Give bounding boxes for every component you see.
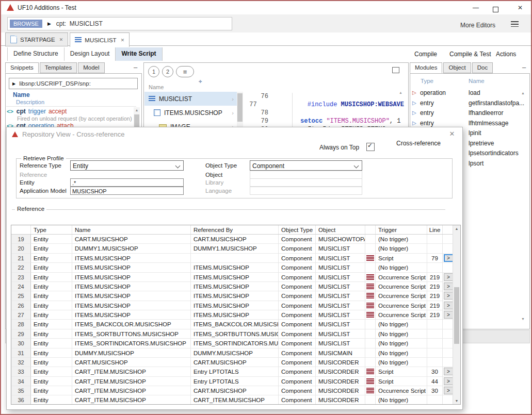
module-row[interactable]: ▷ operation load [411, 88, 520, 98]
table-row[interactable]: 19 Entity CART.MUSICSHOP CART.MUSICSHOP … [11, 235, 460, 244]
tab-write-script[interactable]: Write Script [115, 47, 162, 61]
page-1-button[interactable]: 1 [148, 66, 159, 77]
row-number[interactable]: 30 [11, 339, 31, 348]
goto-script-button[interactable]: > [444, 377, 454, 385]
tree-node-items-musicshop[interactable]: ITEMS.MUSICSHOP › [144, 106, 237, 120]
column-header-name[interactable]: Name [72, 225, 191, 234]
scroll-up-icon[interactable]: ▲ [134, 108, 140, 112]
row-number[interactable]: 24 [11, 282, 31, 291]
module-row[interactable]: ▷ entry getfirstandlastofpa... [411, 98, 520, 109]
goto-script-button[interactable]: > [444, 292, 454, 300]
maximize-button[interactable] [493, 5, 498, 14]
library-field[interactable] [250, 178, 362, 187]
table-row[interactable]: 20 Entity DUMMY1.MUSICSHOP DUMMY1.MUSICS… [11, 244, 460, 253]
tab-define-structure[interactable]: Define Structure [7, 47, 64, 61]
column-header-line[interactable]: Line [427, 225, 443, 234]
entity-field[interactable]: .* [70, 178, 184, 187]
column-header-trigger[interactable]: Trigger [376, 225, 427, 234]
table-row[interactable]: 26 Entity ITEMS.MUSICSHOP ITEMS.MUSICSHO… [11, 301, 460, 310]
action-compile-amp-test[interactable]: Compile & Test [449, 51, 491, 58]
module-row[interactable]: ▷ entry lfhandleerror [411, 108, 520, 119]
chevron-right-icon[interactable]: › [232, 96, 234, 102]
modules-column-type[interactable]: Type [421, 78, 433, 84]
table-row[interactable]: 32 Entity CART.MUSICSHOP CART.MUSICSHOP … [11, 358, 460, 367]
column-header-referenced_by[interactable]: Referenced By [191, 225, 279, 234]
row-number[interactable]: 36 [11, 395, 31, 405]
table-row[interactable]: 23 Entity ITEMS.MUSICSHOP ITEMS.MUSICSHO… [11, 273, 460, 282]
browse-button[interactable]: BROWSE [10, 20, 42, 28]
goto-script-button[interactable]: > [444, 283, 454, 290]
scrollbar-thumb[interactable] [454, 287, 459, 344]
column-header-num[interactable] [11, 225, 31, 234]
chevron-right-icon[interactable]: › [232, 110, 234, 116]
code-line[interactable]: 76 [244, 93, 404, 101]
close-tab-icon[interactable]: ✕ [59, 37, 63, 42]
goto-script-button[interactable]: > [444, 273, 454, 281]
application-model-field[interactable]: MUSICSHOP [70, 187, 184, 195]
row-number[interactable]: 35 [11, 386, 31, 395]
left-tab-snippets[interactable]: Snippets [5, 62, 39, 73]
scrollbar-thumb[interactable] [237, 93, 243, 122]
table-row[interactable]: 33 Entity CART_ITEM.MUSICSHOP Entry LPTO… [11, 367, 460, 376]
table-row[interactable]: 29 Entity ITEMS_SORTBUTTONS.MUSICSHOP IT… [11, 329, 460, 339]
column-header-trigger_icon[interactable] [365, 225, 376, 234]
row-number[interactable]: 26 [11, 301, 31, 310]
maximize-pane-icon[interactable] [392, 67, 399, 73]
reference-field[interactable] [70, 171, 184, 179]
table-row[interactable]: 30 Entity ITEMS_SORTINDICATORS.MUSICSHOP… [11, 339, 460, 348]
page-2-button[interactable]: 2 [162, 66, 173, 77]
object-field[interactable] [250, 171, 362, 179]
component-picker[interactable]: BROWSE ▶ cpt: MUSICLIST [7, 17, 232, 30]
snippet-item[interactable]: <>cpttriggeraccept Fired on unload reque… [7, 108, 134, 122]
code-scroll-up-icon[interactable]: ▲ [399, 91, 402, 94]
action-compile[interactable]: Compile [414, 51, 437, 58]
column-header-object[interactable]: Object [316, 225, 365, 234]
reference-type-select[interactable]: Entity [70, 160, 184, 171]
dialog-close-button[interactable]: ✕ [446, 129, 458, 139]
row-number[interactable]: 28 [11, 320, 31, 329]
row-number[interactable]: 29 [11, 329, 31, 339]
row-number[interactable]: 32 [11, 358, 31, 367]
tree-filter-icon[interactable]: ✚ [199, 79, 202, 84]
always-on-top-checkbox[interactable]: ✓ [366, 143, 375, 151]
row-number[interactable]: 34 [11, 377, 31, 386]
table-row[interactable]: 25 Entity ITEMS.MUSICSHOP ITEMS.MUSICSHO… [11, 291, 460, 301]
collapse-left-panel-button[interactable]: – [134, 63, 137, 71]
tab-design-layout[interactable]: Design Layout [64, 47, 116, 61]
table-row[interactable]: 34 Entity CART_ITEM.MUSICSHOP Entry LPTO… [11, 377, 460, 386]
row-number[interactable]: 33 [11, 367, 31, 376]
table-scrollbar[interactable]: ▲ ▼ [453, 225, 460, 404]
row-number[interactable]: 23 [11, 273, 31, 282]
object-type-select[interactable]: Component [250, 160, 362, 171]
tree-node-musiclist[interactable]: MUSICLIST › [144, 92, 237, 106]
close-button[interactable]: ✕ [510, 1, 530, 14]
scroll-up-icon[interactable]: ▲ [521, 91, 525, 95]
table-row[interactable]: 35 Entity CART_ITEM.MUSICSHOP CART.MUSIC… [11, 386, 460, 395]
column-header-type[interactable]: Type [31, 225, 72, 234]
modules-column-name[interactable]: Name [469, 78, 485, 84]
goto-script-button[interactable]: > [444, 387, 454, 394]
left-tab-templates[interactable]: Templates [40, 62, 77, 73]
minimize-button[interactable]: — [465, 1, 486, 14]
component-path[interactable]: cpt: MUSICLIST [56, 20, 103, 27]
goto-script-button[interactable]: > [444, 368, 454, 375]
column-header-object_type[interactable]: Object Type [279, 225, 316, 234]
doc-tab-startpage[interactable]: STARTPAGE ✕ [5, 32, 68, 46]
code-line[interactable]: 77 #include MUSICSHOP:WEBSAVE [244, 101, 404, 109]
table-row[interactable]: 28 Entity ITEMS_BACKCOLOR.MUSICSHOP ITEM… [11, 320, 460, 329]
table-row[interactable]: 22 Entity ITEMS.MUSICSHOP ITEMS.MUSICSHO… [11, 263, 460, 272]
code-line[interactable]: 79 setocc "ITEMS.MUSICSHOP", 1 [244, 118, 404, 126]
code-line[interactable]: 78 [244, 109, 404, 118]
table-row[interactable]: 31 Entity DUMMY.MUSICSHOP DUMMY.MUSICSHO… [11, 348, 460, 358]
row-number[interactable]: 31 [11, 348, 31, 358]
scroll-down-icon[interactable]: ▼ [453, 399, 460, 403]
tree-column-header[interactable]: Name [149, 84, 164, 90]
right-tab-modules[interactable]: Modules [410, 62, 442, 73]
table-row[interactable]: 36 Entity CART_ITEM.MUSICSHOP CART_ITEM.… [11, 395, 460, 405]
row-number[interactable]: 22 [11, 263, 31, 272]
run-icon[interactable]: ▶ [47, 21, 51, 26]
snippet-search-input[interactable]: ▶ libsnp:USCRIPT_DSP/snp: [9, 78, 138, 89]
doc-tab-musiclist[interactable]: MUSICLIST ✕ [70, 32, 130, 47]
table-row[interactable]: 27 Entity ITEMS.MUSICSHOP ITEMS.MUSICSHO… [11, 310, 460, 320]
goto-script-button[interactable]: > [444, 311, 454, 319]
